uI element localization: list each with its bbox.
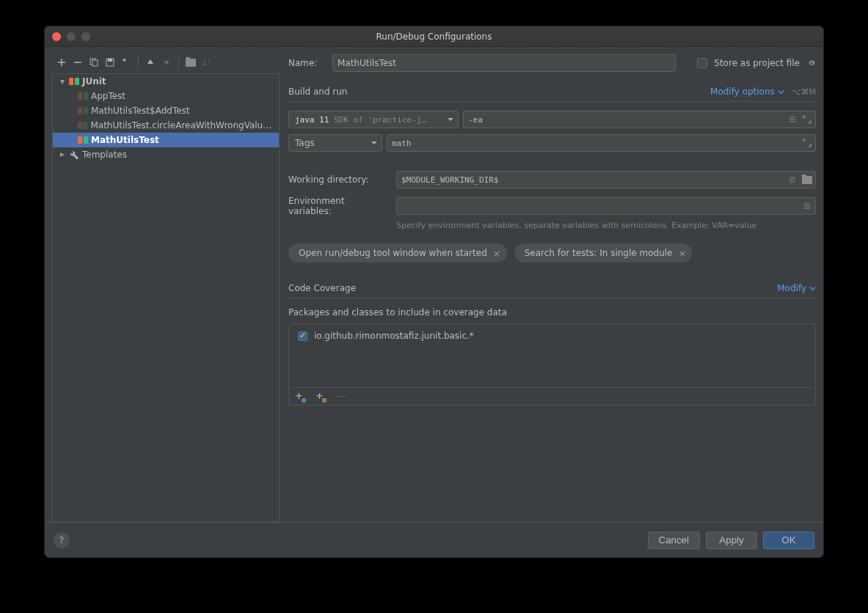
add-config-icon[interactable]	[55, 56, 68, 69]
tree-item-label: MathUtilsTest$AddTest	[91, 106, 190, 116]
expand-field-icon[interactable]	[801, 114, 813, 125]
expand-field-icon[interactable]	[801, 137, 813, 149]
remove-coverage-icon: −	[335, 390, 348, 403]
junit-icon	[78, 122, 87, 129]
build-and-run-header: Build and run Modify options ⌥⌘M	[288, 87, 816, 102]
tree-item-label: AppTest	[91, 91, 125, 101]
coverage-include-box: io.github.rimonmostafiz.junit.basic.* −	[288, 323, 816, 405]
cancel-button[interactable]: Cancel	[648, 532, 701, 549]
move-up-icon[interactable]	[144, 56, 157, 69]
tree-group-junit[interactable]: ▾ JUnit	[53, 74, 279, 89]
title-bar: Run/Debug Configurations	[45, 26, 823, 47]
minimize-icon[interactable]	[67, 32, 76, 41]
svg-rect-3	[108, 59, 112, 62]
store-label: Store as project file	[714, 58, 800, 68]
code-coverage-header: Code Coverage Modify	[288, 283, 816, 298]
coverage-toolbar: −	[289, 387, 815, 405]
section-title: Code Coverage	[288, 283, 356, 293]
collapse-icon[interactable]: ▾	[59, 76, 66, 87]
coverage-subtitle: Packages and classes to include in cover…	[288, 307, 816, 317]
copy-config-icon[interactable]	[87, 56, 101, 69]
browse-folder-icon[interactable]	[801, 174, 813, 186]
working-directory-label: Working directory:	[288, 175, 387, 185]
config-form: Name: Store as project file Build and ru…	[280, 54, 816, 522]
tree-item-label: MathUtilsTest.circleAreaWithWrongValueO…	[90, 120, 276, 131]
expand-icon[interactable]: ▸	[59, 149, 66, 159]
sidebar: ▾ JUnit AppTest MathUtilsTest$AddTest	[52, 54, 280, 522]
store-checkbox[interactable]	[697, 58, 707, 68]
list-icon[interactable]	[787, 174, 798, 186]
chip-open-tool-window[interactable]: Open run/debug tool window when started …	[288, 243, 507, 263]
env-variables-input[interactable]	[396, 197, 816, 215]
add-package-icon[interactable]	[314, 390, 327, 403]
coverage-item-label: io.github.rimonmostafiz.junit.basic.*	[314, 331, 474, 341]
junit-icon	[78, 136, 88, 144]
window-controls	[52, 32, 90, 41]
wrench-icon	[69, 150, 79, 160]
chip-search-single-module[interactable]: Search for tests: In single module ×	[514, 243, 693, 263]
junit-icon	[69, 78, 79, 85]
gear-icon[interactable]	[807, 59, 816, 67]
folder-config-icon[interactable]	[184, 56, 197, 69]
remove-chip-icon[interactable]: ×	[493, 249, 501, 258]
store-as-project-file[interactable]: Store as project file	[694, 56, 816, 70]
name-input[interactable]	[332, 54, 676, 72]
apply-button[interactable]: Apply	[706, 532, 757, 549]
tree-item-mathutilstest-circlearea[interactable]: MathUtilsTest.circleAreaWithWrongValueO…	[53, 118, 279, 133]
list-icon[interactable]	[801, 200, 813, 212]
tree-group-label: JUnit	[82, 76, 106, 87]
env-variables-label: Environment variables:	[288, 196, 387, 216]
ok-button[interactable]: OK	[763, 532, 814, 549]
list-icon[interactable]	[787, 114, 798, 125]
save-config-icon[interactable]	[103, 56, 117, 69]
tags-input[interactable]	[387, 134, 816, 152]
tree-item-apptest[interactable]: AppTest	[53, 89, 279, 103]
window-title: Run/Debug Configurations	[376, 32, 492, 42]
run-debug-configurations-dialog: Run/Debug Configurations	[44, 26, 824, 558]
sort-config-icon	[200, 56, 214, 69]
working-directory-input[interactable]	[396, 171, 816, 188]
env-hint: Specify environment variables, separate …	[396, 221, 816, 230]
move-down-icon	[160, 56, 173, 69]
coverage-item-checkbox[interactable]	[298, 331, 307, 341]
option-chips: Open run/debug tool window when started …	[288, 243, 816, 263]
tree-group-label: Templates	[82, 150, 127, 160]
maximize-icon[interactable]	[81, 32, 90, 41]
sidebar-toolbar	[52, 54, 280, 73]
modify-coverage-link[interactable]: Modify	[777, 283, 816, 293]
config-tree[interactable]: ▾ JUnit AppTest MathUtilsTest$AddTest	[52, 73, 280, 522]
tree-item-mathutilstest-selected[interactable]: MathUtilsTest	[53, 133, 279, 147]
tree-item-mathutilstest-addtest[interactable]: MathUtilsTest$AddTest	[53, 103, 279, 118]
vm-options-input[interactable]	[463, 111, 816, 128]
remove-chip-icon[interactable]: ×	[678, 249, 686, 258]
jdk-select[interactable]: java 11 SDK of 'practice-j…	[288, 111, 459, 128]
junit-icon	[78, 92, 88, 100]
modify-options-link[interactable]: Modify options ⌥⌘M	[710, 87, 816, 97]
junit-icon	[78, 107, 88, 114]
remove-config-icon[interactable]	[71, 56, 84, 69]
test-kind-select[interactable]: Tags	[288, 134, 382, 152]
dialog-content: ▾ JUnit AppTest MathUtilsTest$AddTest	[45, 47, 823, 557]
coverage-item[interactable]: io.github.rimonmostafiz.junit.basic.*	[295, 328, 809, 343]
edit-config-icon[interactable]	[120, 56, 133, 69]
add-class-icon[interactable]	[293, 390, 307, 403]
section-title: Build and run	[288, 87, 347, 97]
tree-group-templates[interactable]: ▸ Templates	[53, 147, 279, 162]
tree-item-label: MathUtilsTest	[91, 135, 159, 145]
name-label: Name:	[288, 58, 322, 68]
close-icon[interactable]	[52, 32, 61, 41]
svg-rect-1	[92, 60, 98, 66]
help-icon[interactable]: ?	[54, 532, 70, 548]
dialog-footer: ? Cancel Apply OK	[45, 522, 823, 557]
